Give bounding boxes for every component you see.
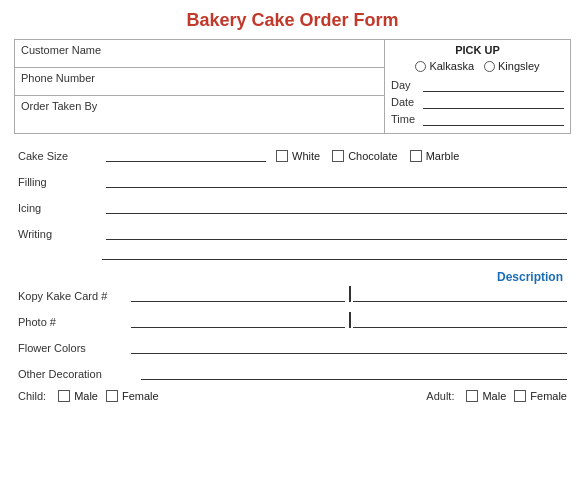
marble-label: Marble (426, 150, 460, 162)
date-field: Date (391, 95, 564, 109)
filling-label: Filling (18, 176, 98, 188)
kingsley-label: Kingsley (498, 60, 540, 72)
white-label: White (292, 150, 320, 162)
top-section: Customer Name Phone Number Order Taken B… (14, 39, 571, 134)
child-male-label: Male (74, 390, 98, 402)
photo-row: Photo # (18, 312, 567, 328)
child-female-checkbox[interactable] (106, 390, 118, 402)
pickup-title: PICK UP (391, 44, 564, 56)
date-label: Date (391, 96, 423, 108)
icing-input[interactable] (106, 198, 567, 214)
filling-input[interactable] (106, 172, 567, 188)
adult-male-option[interactable]: Male (466, 390, 506, 402)
photo-divider (349, 312, 351, 328)
photo-input-left[interactable] (131, 312, 345, 328)
kalkaska-radio[interactable] (415, 61, 426, 72)
chocolate-checkbox[interactable] (332, 150, 344, 162)
kopy-kake-row: Kopy Kake Card # (18, 286, 567, 302)
writing-row: Writing (18, 224, 567, 240)
day-label: Day (391, 79, 423, 91)
photo-label: Photo # (18, 316, 123, 328)
flower-colors-input[interactable] (131, 338, 567, 354)
day-input[interactable] (423, 78, 564, 92)
left-column: Customer Name Phone Number Order Taken B… (15, 40, 385, 133)
child-female-label: Female (122, 390, 159, 402)
time-label: Time (391, 113, 423, 125)
right-column: PICK UP Kalkaska Kingsley Day Date (385, 40, 570, 133)
adult-male-label: Male (482, 390, 506, 402)
filling-row: Filling (18, 172, 567, 188)
customer-name-label: Customer Name (21, 44, 101, 56)
child-female-option[interactable]: Female (106, 390, 159, 402)
marble-checkbox[interactable] (410, 150, 422, 162)
child-label: Child: (18, 390, 46, 402)
adult-male-checkbox[interactable] (466, 390, 478, 402)
cake-size-label: Cake Size (18, 150, 98, 162)
time-input[interactable] (423, 112, 564, 126)
kopy-kake-divider (349, 286, 351, 302)
flower-colors-row: Flower Colors (18, 338, 567, 354)
description-label: Description (18, 270, 567, 284)
writing-input[interactable] (106, 224, 567, 240)
child-adult-row: Child: Male Female Adult: Male (18, 390, 567, 402)
chocolate-option[interactable]: Chocolate (332, 150, 398, 162)
kingsley-radio[interactable] (484, 61, 495, 72)
photo-input-right[interactable] (353, 312, 567, 328)
child-male-checkbox[interactable] (58, 390, 70, 402)
order-taken-label: Order Taken By (21, 100, 97, 112)
adult-female-label: Female (530, 390, 567, 402)
child-section: Child: Male Female (18, 390, 159, 402)
other-decoration-label: Other Decoration (18, 368, 133, 380)
kalkaska-label: Kalkaska (429, 60, 474, 72)
kopy-kake-input-left[interactable] (131, 286, 345, 302)
white-checkbox[interactable] (276, 150, 288, 162)
time-field: Time (391, 112, 564, 126)
date-input[interactable] (423, 95, 564, 109)
phone-number-label: Phone Number (21, 72, 95, 84)
kopy-kake-label: Kopy Kake Card # (18, 290, 123, 302)
cake-size-input[interactable] (106, 146, 266, 162)
page-title: Bakery Cake Order Form (14, 10, 571, 31)
cake-options: White Chocolate Marble (276, 150, 459, 162)
adult-section: Adult: Male Female (426, 390, 567, 402)
order-taken-row: Order Taken By (15, 96, 384, 124)
cake-size-row: Cake Size White Chocolate Marble (18, 146, 567, 162)
adult-label: Adult: (426, 390, 454, 402)
form-body: Cake Size White Chocolate Marble Filling (14, 146, 571, 402)
page: Bakery Cake Order Form Customer Name Pho… (0, 0, 585, 500)
other-decoration-input[interactable] (141, 364, 567, 380)
pickup-locations: Kalkaska Kingsley (391, 60, 564, 72)
writing-label: Writing (18, 228, 98, 240)
other-decoration-row: Other Decoration (18, 364, 567, 380)
day-field: Day (391, 78, 564, 92)
adult-female-checkbox[interactable] (514, 390, 526, 402)
white-option[interactable]: White (276, 150, 320, 162)
phone-number-row: Phone Number (15, 68, 384, 96)
chocolate-label: Chocolate (348, 150, 398, 162)
icing-row: Icing (18, 198, 567, 214)
customer-name-row: Customer Name (15, 40, 384, 68)
child-male-option[interactable]: Male (58, 390, 98, 402)
writing-extra-line[interactable] (102, 244, 567, 260)
marble-option[interactable]: Marble (410, 150, 460, 162)
icing-label: Icing (18, 202, 98, 214)
flower-colors-label: Flower Colors (18, 342, 123, 354)
adult-female-option[interactable]: Female (514, 390, 567, 402)
pickup-kingsley[interactable]: Kingsley (484, 60, 540, 72)
kopy-kake-input-right[interactable] (353, 286, 567, 302)
pickup-kalkaska[interactable]: Kalkaska (415, 60, 474, 72)
